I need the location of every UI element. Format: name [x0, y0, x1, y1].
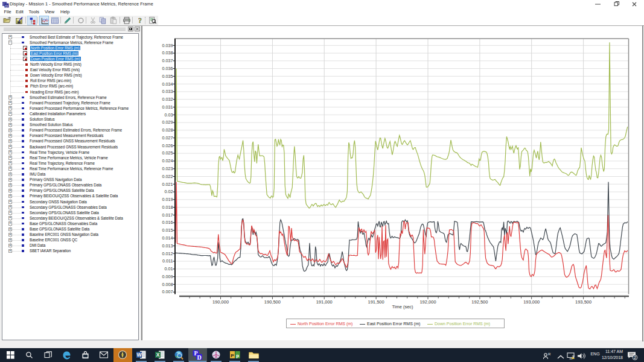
svg-text:P: P — [231, 353, 234, 358]
svg-text:0.033: 0.033 — [162, 89, 173, 94]
svg-text:Time (sec): Time (sec) — [392, 304, 413, 310]
svg-text:0.038: 0.038 — [162, 50, 173, 56]
svg-text:2: 2 — [634, 355, 636, 360]
svg-text:192,000: 192,000 — [419, 299, 436, 305]
svg-text:0.035: 0.035 — [162, 74, 173, 79]
svg-text:0.018: 0.018 — [162, 205, 173, 210]
svg-text:191,500: 191,500 — [368, 299, 384, 305]
svg-text:0.03: 0.03 — [165, 112, 173, 118]
svg-text:0.021: 0.021 — [162, 182, 173, 187]
svg-text:0.015: 0.015 — [162, 227, 173, 233]
svg-text:0.029: 0.029 — [162, 119, 173, 125]
svg-text:0.01: 0.01 — [165, 266, 173, 272]
svg-text:D: D — [197, 354, 201, 360]
svg-text:0.026: 0.026 — [162, 143, 173, 148]
svg-text:0.013: 0.013 — [162, 243, 173, 249]
svg-text:0.037: 0.037 — [162, 58, 173, 63]
svg-text:190,000: 190,000 — [212, 299, 229, 305]
svg-text:p: p — [236, 353, 239, 358]
svg-text:0.012: 0.012 — [162, 251, 173, 256]
svg-text:W: W — [136, 352, 142, 358]
svg-text:0.031: 0.031 — [162, 104, 173, 110]
svg-text:0.014: 0.014 — [162, 235, 173, 241]
svg-text:191,000: 191,000 — [316, 299, 333, 305]
svg-text:193,000: 193,000 — [523, 299, 540, 305]
svg-text:0.025: 0.025 — [162, 150, 173, 156]
svg-text:193,500: 193,500 — [575, 299, 591, 305]
svg-text:0.034: 0.034 — [162, 81, 173, 87]
svg-text:0.009: 0.009 — [162, 274, 173, 279]
svg-text:0.019: 0.019 — [162, 197, 173, 202]
svg-text:0.017: 0.017 — [162, 212, 173, 218]
svg-text:0.023: 0.023 — [162, 166, 173, 171]
svg-text:0.016: 0.016 — [162, 220, 173, 225]
svg-text:0.008: 0.008 — [162, 282, 173, 287]
svg-text:0.007: 0.007 — [162, 289, 173, 294]
svg-text:0.011: 0.011 — [162, 258, 173, 264]
svg-text:0.02: 0.02 — [165, 189, 173, 194]
svg-text:0.022: 0.022 — [162, 174, 173, 179]
svg-text:192,500: 192,500 — [471, 299, 488, 305]
svg-text:0.036: 0.036 — [162, 66, 173, 71]
svg-text:0.039: 0.039 — [162, 43, 173, 48]
svg-text:190,500: 190,500 — [264, 299, 281, 305]
svg-text:0.027: 0.027 — [162, 135, 173, 141]
svg-text:0.028: 0.028 — [162, 127, 173, 133]
svg-text:0.024: 0.024 — [162, 158, 173, 164]
svg-text:R: R — [548, 352, 551, 356]
svg-text:0.032: 0.032 — [162, 97, 173, 102]
svg-text:X: X — [156, 352, 160, 358]
